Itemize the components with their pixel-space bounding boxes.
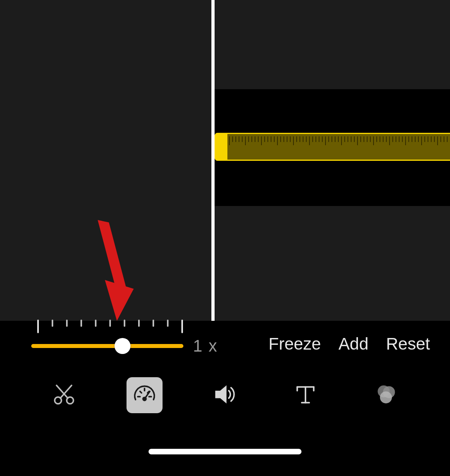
svg-marker-0 xyxy=(98,220,127,292)
ruler-tick xyxy=(124,320,125,327)
volume-tool[interactable] xyxy=(207,377,243,413)
timeline-clip-handle[interactable] xyxy=(215,133,227,161)
speed-value-label: 1 x xyxy=(193,336,218,356)
svg-marker-1 xyxy=(105,280,134,321)
speaker-icon xyxy=(213,382,237,408)
ruler-tick xyxy=(181,320,183,333)
trim-tool[interactable] xyxy=(46,377,82,413)
panel-divider xyxy=(211,0,215,321)
ruler-tick xyxy=(109,320,111,327)
ruler-tick xyxy=(66,320,68,327)
ruler-tick xyxy=(167,320,169,327)
speedometer-icon xyxy=(133,382,157,408)
timeline-clip-body[interactable] xyxy=(227,133,450,161)
speed-ruler[interactable] xyxy=(37,320,181,333)
ruler-tick xyxy=(80,320,82,327)
bottom-controls: 1 x Freeze Add Reset xyxy=(0,321,450,476)
speed-slider-thumb[interactable] xyxy=(115,338,131,354)
speed-action-buttons: Freeze Add Reset xyxy=(269,334,430,354)
home-indicator[interactable] xyxy=(149,449,301,454)
ruler-tick xyxy=(37,320,39,333)
preview-area xyxy=(0,0,450,321)
svg-marker-13 xyxy=(216,387,225,402)
svg-point-7 xyxy=(143,398,146,401)
add-button[interactable]: Add xyxy=(339,334,369,354)
filters-tool[interactable] xyxy=(368,377,404,413)
annotation-arrow xyxy=(93,220,137,324)
ruler-tick xyxy=(138,320,140,327)
preview-right-panel xyxy=(215,0,450,321)
titles-tool[interactable] xyxy=(287,377,323,413)
scissors-icon xyxy=(52,382,76,408)
editor-toolbar xyxy=(0,371,450,419)
svg-line-10 xyxy=(140,392,142,393)
svg-line-11 xyxy=(148,392,149,393)
reset-button[interactable]: Reset xyxy=(386,334,430,354)
speed-slider[interactable] xyxy=(31,344,183,348)
ruler-tick xyxy=(95,320,96,327)
timeline-clip[interactable] xyxy=(215,133,450,161)
ruler-tick xyxy=(153,320,154,327)
filters-icon xyxy=(374,382,398,408)
svg-point-21 xyxy=(380,392,392,404)
text-icon xyxy=(293,382,317,408)
ruler-tick xyxy=(52,320,53,327)
speed-slider-row: 1 x xyxy=(31,338,218,354)
freeze-button[interactable]: Freeze xyxy=(269,334,321,354)
speed-tool[interactable] xyxy=(127,377,163,413)
